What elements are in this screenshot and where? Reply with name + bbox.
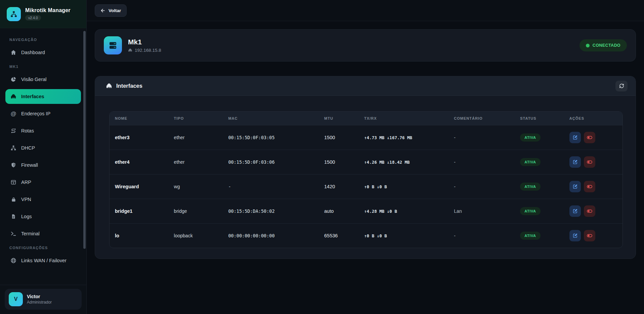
ethernet-icon [128, 48, 132, 52]
edit-icon [572, 135, 578, 140]
interface-mtu: 65536 [319, 224, 359, 248]
device-name: Mk1 [128, 38, 161, 46]
back-button[interactable]: Voltar [95, 4, 127, 17]
sidebar-scrollbar[interactable] [83, 31, 86, 249]
app-logo [7, 7, 21, 21]
interface-comment: - [448, 224, 515, 248]
globe-icon [10, 258, 17, 264]
toggle-off-button[interactable] [584, 230, 595, 241]
sidebar-item-label: Endereços IP [21, 111, 50, 116]
sidebar-item-label: VPN [21, 197, 31, 202]
toggle-off-icon [587, 184, 593, 190]
status-badge: ATIVA [520, 207, 540, 215]
device-ip: 192.168.15.8 [135, 48, 161, 53]
interface-mac: 00:15:5D:0F:03:05 [223, 125, 319, 150]
row-actions [569, 181, 617, 192]
page-content: Mk1 192.168.15.8 CONECTADO [87, 21, 644, 314]
table-row: ether4 ether 00:15:5D:0F:03:06 1500 ↑4.2… [110, 150, 622, 174]
table-row: lo loopback 00:00:00:00:00:00 65536 ↑0 B… [110, 224, 622, 248]
toggle-off-button[interactable] [584, 156, 595, 168]
user-card[interactable]: V Victor Administrador [5, 289, 82, 310]
interface-name: bridge1 [110, 199, 169, 224]
interface-mtu: 1500 [319, 150, 359, 174]
sidebar-item-interfaces[interactable]: Interfaces [5, 89, 81, 104]
interface-mtu: auto [319, 199, 359, 224]
row-actions [569, 156, 617, 168]
sidebar-item-vpn[interactable]: VPN [5, 192, 81, 207]
ethernet-icon [10, 93, 17, 100]
device-ip-row: 192.168.15.8 [128, 48, 161, 53]
refresh-button[interactable] [615, 81, 628, 91]
sidebar-item-links-wan-failover[interactable]: Links WAN / Failover [5, 253, 81, 268]
nav-section-configuracoes: CONFIGURAÇÕES [9, 246, 81, 250]
sidebar-item-rotas[interactable]: Rotas [5, 123, 81, 138]
toggle-off-button[interactable] [584, 205, 595, 217]
user-area: V Victor Administrador [0, 285, 86, 314]
sidebar-item-terminal[interactable]: Terminal [5, 226, 81, 241]
sidebar-item-label: ARP [21, 180, 31, 185]
edit-icon [572, 233, 578, 238]
sitemap-icon [10, 145, 17, 151]
interface-mtu: 1420 [319, 174, 359, 199]
sidebar-item-enderecos-ip[interactable]: @ Endereços IP [5, 106, 81, 121]
connection-status-badge: CONECTADO [579, 39, 627, 51]
route-icon [10, 128, 17, 134]
interface-mac: - [223, 174, 319, 199]
device-card: Mk1 192.168.15.8 CONECTADO [95, 29, 636, 62]
sidebar-item-label: Interfaces [21, 94, 44, 99]
sidebar-nav: NAVEGAÇÃO Dashboard MK1 Visão Geral [0, 28, 86, 285]
interface-name: ether4 [110, 150, 169, 174]
sidebar-item-dashboard[interactable]: Dashboard [5, 45, 81, 60]
row-actions [569, 132, 617, 143]
nav-section-mk1: MK1 [9, 65, 81, 69]
sidebar-item-dhcp[interactable]: DHCP [5, 141, 81, 155]
server-icon [104, 36, 122, 54]
row-actions [569, 230, 617, 241]
sidebar-item-label: DHCP [21, 145, 35, 151]
pie-chart-icon [10, 76, 17, 82]
column-header-tipo: TIPO [169, 112, 223, 125]
edit-button[interactable] [569, 132, 581, 143]
interface-name: Wireguard [110, 174, 169, 199]
sidebar-item-visao-geral[interactable]: Visão Geral [5, 72, 81, 87]
interfaces-table: NOME TIPO MAC MTU TX/RX COMENTÁRIO STATU… [109, 111, 623, 248]
interface-comment: - [448, 125, 515, 150]
column-header-txrx: TX/RX [359, 112, 448, 125]
interface-txrx: ↑4.73 MB ↓167.76 MB [359, 125, 448, 150]
column-header-mtu: MTU [319, 112, 359, 125]
column-header-nome: NOME [110, 112, 169, 125]
home-icon [10, 49, 17, 55]
toggle-off-icon [587, 159, 593, 165]
refresh-icon [619, 83, 624, 88]
interfaces-panel-body: NOME TIPO MAC MTU TX/RX COMENTÁRIO STATU… [95, 96, 636, 259]
back-button-label: Voltar [109, 8, 121, 13]
interface-type: ether [169, 125, 223, 150]
edit-icon [572, 208, 578, 214]
interfaces-panel-header: Interfaces [95, 76, 636, 96]
edit-button[interactable] [569, 181, 581, 192]
table-row: ether3 ether 00:15:5D:0F:03:05 1500 ↑4.7… [110, 125, 622, 150]
column-header-acoes: AÇÕES [564, 112, 622, 125]
edit-button[interactable] [569, 205, 581, 217]
app-title: Mikrotik Manager [25, 7, 71, 13]
sidebar-item-arp[interactable]: ARP [5, 175, 81, 190]
terminal-icon [10, 231, 17, 237]
interface-txrx: ↑4.26 MB ↓18.42 MB [359, 150, 448, 174]
interfaces-panel: Interfaces [95, 76, 636, 259]
toggle-off-button[interactable] [584, 181, 595, 192]
column-header-mac: MAC [223, 112, 319, 125]
sidebar-header: Mikrotik Manager v2.4.0 [0, 0, 86, 28]
sidebar-item-logs[interactable]: Logs [5, 209, 81, 224]
main-area: Voltar Mk1 [87, 0, 644, 314]
toggle-off-button[interactable] [584, 132, 595, 143]
file-icon [10, 214, 17, 219]
interface-comment: - [448, 150, 515, 174]
edit-button[interactable] [569, 156, 581, 168]
sidebar-item-firewall[interactable]: Firewall [5, 158, 81, 172]
edit-button[interactable] [569, 230, 581, 241]
status-badge: ATIVA [520, 158, 540, 166]
interface-txrx: ↑0 B ↓0 B [359, 224, 448, 248]
interface-txrx: ↑4.28 MB ↓0 B [359, 199, 448, 224]
interface-type: loopback [169, 224, 223, 248]
interface-name: lo [110, 224, 169, 248]
